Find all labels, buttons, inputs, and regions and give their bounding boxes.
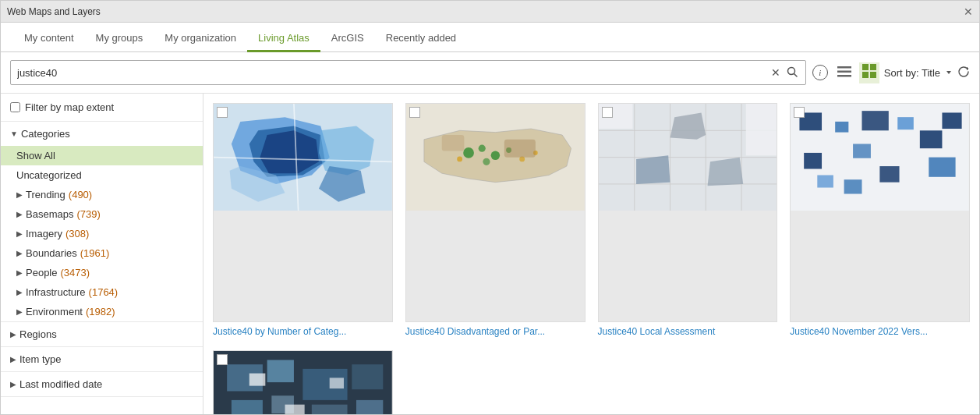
sort-chevron-icon <box>945 69 953 76</box>
item-checkbox-1[interactable] <box>217 107 228 118</box>
categories-triangle-icon: ▼ <box>10 129 18 138</box>
category-trending-triangle-icon: ▶ <box>16 190 23 199</box>
svg-rect-2 <box>837 66 851 69</box>
filter-extent-label[interactable]: Filter by map extent <box>25 101 114 113</box>
svg-rect-54 <box>880 166 900 183</box>
list-item[interactable]: Justice40 Local Assessment <box>598 103 778 338</box>
last-modified-triangle-icon: ▶ <box>10 380 16 388</box>
svg-rect-68 <box>285 405 305 414</box>
filter-by-extent: Filter by map extent <box>1 94 203 122</box>
category-people[interactable]: ▶ People (3473) <box>1 263 203 282</box>
regions-header[interactable]: ▶ Regions <box>1 322 203 346</box>
list-item[interactable]: Justice40 by Number of Categ... <box>213 103 393 338</box>
category-environment[interactable]: ▶ Environment (1982) <box>1 302 203 321</box>
window-title: Web Maps and Layers <box>7 6 101 17</box>
svg-marker-42 <box>707 158 743 186</box>
svg-rect-47 <box>804 153 822 169</box>
item-type-section: ▶ Item type <box>1 347 203 372</box>
category-environment-triangle-icon: ▶ <box>16 307 23 316</box>
svg-rect-4 <box>837 75 851 77</box>
tab-my-organization[interactable]: My organization <box>154 26 247 52</box>
window: Web Maps and Layers ✕ My content My grou… <box>0 0 980 415</box>
list-view-button[interactable] <box>834 63 854 83</box>
item-type-header[interactable]: ▶ Item type <box>1 347 203 371</box>
item-title-3: Justice40 Local Assessment <box>598 326 778 339</box>
svg-rect-66 <box>356 400 383 414</box>
svg-rect-48 <box>835 122 848 133</box>
svg-rect-44 <box>745 104 777 155</box>
list-item[interactable]: Justice40 Disadvantaged or Par... <box>405 103 586 338</box>
svg-rect-60 <box>267 360 294 383</box>
tab-living-atlas[interactable]: Living Atlas <box>247 26 320 52</box>
category-imagery-count: (308) <box>65 228 89 239</box>
svg-rect-49 <box>862 111 889 130</box>
category-uncategorized[interactable]: Uncategorized <box>1 165 203 185</box>
svg-rect-67 <box>249 374 266 386</box>
last-modified-label: Last modified date <box>19 378 102 390</box>
list-item[interactable]: Justice40 Tracts November 202... <box>213 350 393 414</box>
svg-rect-31 <box>442 135 465 151</box>
tab-my-content[interactable]: My content <box>13 26 85 52</box>
item-checkbox-5[interactable] <box>217 354 228 365</box>
last-modified-header[interactable]: ▶ Last modified date <box>1 372 203 396</box>
category-trending-count: (490) <box>69 189 92 200</box>
content-area: Justice40 by Number of Categ... <box>203 94 979 414</box>
svg-rect-50 <box>853 144 871 158</box>
svg-rect-3 <box>837 70 851 73</box>
svg-rect-62 <box>232 400 263 414</box>
category-basemaps-label: Basemaps <box>26 208 73 220</box>
category-boundaries-label: Boundaries <box>26 247 77 259</box>
grid-view-button[interactable] <box>859 62 879 83</box>
filter-extent-checkbox[interactable] <box>10 102 20 112</box>
tab-recently-added[interactable]: Recently added <box>375 26 467 52</box>
close-button[interactable]: ✕ <box>964 6 973 17</box>
item-checkbox-4[interactable] <box>794 107 805 118</box>
search-submit-button[interactable] <box>785 66 799 80</box>
info-button[interactable]: i <box>812 65 828 80</box>
item-checkbox-2[interactable] <box>409 107 420 118</box>
tab-my-groups[interactable]: My groups <box>85 26 154 52</box>
tab-arcgis[interactable]: ArcGIS <box>320 26 375 52</box>
category-infrastructure-count: (1764) <box>89 286 119 298</box>
svg-rect-53 <box>929 158 956 177</box>
categories-header[interactable]: ▼ Categories <box>1 122 203 146</box>
item-title-4: Justice40 November 2022 Vers... <box>790 326 970 339</box>
search-bar-right: Sort by: Title <box>834 62 970 83</box>
list-item[interactable]: Justice40 November 2022 Vers... <box>790 103 970 338</box>
title-bar: Web Maps and Layers ✕ <box>1 1 979 23</box>
category-trending[interactable]: ▶ Trending (490) <box>1 185 203 204</box>
category-basemaps[interactable]: ▶ Basemaps (739) <box>1 204 203 224</box>
item-title-2: Justice40 Disadvantaged or Par... <box>405 326 586 339</box>
svg-point-23 <box>478 145 485 152</box>
svg-rect-7 <box>862 72 869 78</box>
svg-rect-51 <box>898 117 915 129</box>
item-thumbnail-1 <box>213 103 393 322</box>
category-imagery[interactable]: ▶ Imagery (308) <box>1 224 203 243</box>
search-clear-button[interactable]: ✕ <box>769 66 782 79</box>
svg-rect-52 <box>920 130 943 148</box>
categories-section: ▼ Categories Show All Uncategorized ▶ Tr… <box>1 122 203 322</box>
category-boundaries[interactable]: ▶ Boundaries (1961) <box>1 243 203 263</box>
item-type-label: Item type <box>19 353 61 365</box>
category-environment-label: Environment <box>26 306 83 317</box>
search-bar: ✕ i <box>1 52 979 94</box>
tabs-bar: My content My groups My organization Liv… <box>1 23 979 52</box>
search-input[interactable] <box>17 67 766 79</box>
category-imagery-label: Imagery <box>26 228 62 239</box>
svg-rect-56 <box>943 112 962 129</box>
category-basemaps-triangle-icon: ▶ <box>16 210 23 218</box>
refresh-button[interactable] <box>957 66 970 80</box>
category-infrastructure[interactable]: ▶ Infrastructure (1764) <box>1 282 203 302</box>
category-show-all[interactable]: Show All <box>1 146 203 165</box>
item-thumbnail-3 <box>598 103 778 322</box>
uncategorized-label: Uncategorized <box>16 169 82 181</box>
item-thumbnail-5 <box>213 350 393 414</box>
svg-rect-64 <box>312 405 348 414</box>
category-people-triangle-icon: ▶ <box>16 268 23 277</box>
item-checkbox-3[interactable] <box>602 107 613 118</box>
svg-marker-9 <box>946 71 951 74</box>
categories-label: Categories <box>21 128 70 140</box>
category-people-count: (3473) <box>60 267 90 278</box>
svg-marker-41 <box>636 155 670 184</box>
item-thumbnail-4 <box>790 103 970 322</box>
